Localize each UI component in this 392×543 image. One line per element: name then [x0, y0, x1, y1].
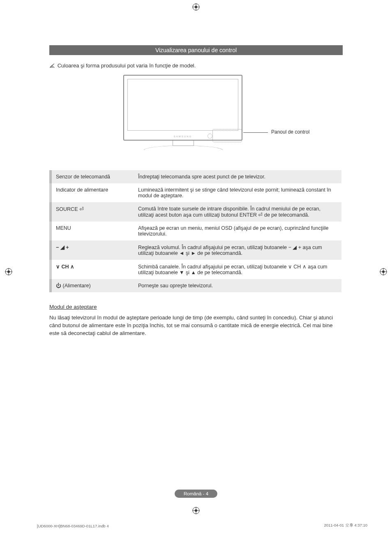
table-row: ∨ CH ∧ Schimbă canalele. În cadrul afişa… [51, 260, 341, 279]
section-title: Vizualizarea panoului de control [155, 47, 237, 53]
registration-mark-icon [380, 268, 387, 275]
tv-base [144, 146, 223, 150]
print-meta-left: [UD6000-XH]BN68-03469D-01L17.indb 4 [37, 524, 109, 528]
svg-point-3 [195, 6, 197, 8]
page-number: Română - 4 [184, 491, 208, 496]
control-label: − ◢ + [51, 240, 134, 260]
note-text: Culoarea şi forma produsului pot varia î… [58, 62, 196, 69]
table-row: Indicator de alimentare Luminează interm… [51, 183, 341, 202]
tv-sensor-dot [208, 134, 212, 139]
control-desc: Îndreptaţi telecomanda spre acest punct … [134, 170, 341, 183]
table-row: MENU Afişează pe ecran un meniu, meniul … [51, 222, 341, 240]
control-label: Senzor de telecomandă [51, 170, 134, 183]
control-desc: Luminează intermitent şi se stinge când … [134, 183, 341, 202]
control-label: ⏻ (Alimentare) [51, 279, 134, 292]
control-desc: Comută între toate sursele de intrare di… [134, 202, 341, 222]
svg-point-11 [382, 270, 385, 273]
print-meta-right: 2011-04-01 오후 4:37:10 [324, 523, 367, 528]
table-row: − ◢ + Reglează volumul. În cadrul afişaj… [51, 240, 341, 260]
tv-control-panel-outline [212, 129, 242, 142]
control-desc: Afişează pe ecran un meniu, meniul OSD (… [134, 222, 341, 240]
control-label: ∨ CH ∧ [51, 260, 134, 279]
table-row: Senzor de telecomandă Îndreptaţi telecom… [51, 170, 341, 183]
control-label: Indicator de alimentare [51, 183, 134, 202]
note-icon [49, 63, 56, 69]
svg-point-15 [195, 509, 197, 512]
controls-table: Senzor de telecomandă Îndreptaţi telecom… [49, 170, 343, 292]
svg-point-7 [7, 270, 10, 273]
leader-line [243, 132, 268, 133]
table-row: ⏻ (Alimentare) Porneşte sau opreşte tele… [51, 279, 341, 292]
tv-logo: SAMSUNG [174, 135, 192, 138]
standby-heading: Modul de aşteptare [49, 304, 343, 310]
page: Vizualizarea panoului de control Culoare… [0, 0, 392, 543]
control-label: SOURCE ⏎ [51, 202, 134, 222]
registration-mark-icon [192, 507, 200, 514]
table-row: SOURCE ⏎ Comută între toate sursele de i… [51, 202, 341, 222]
control-desc: Reglează volumul. În cadrul afişajului p… [134, 240, 341, 260]
control-desc: Schimbă canalele. În cadrul afişajului p… [134, 260, 341, 279]
control-desc: Porneşte sau opreşte televizorul. [134, 279, 341, 292]
control-label: MENU [51, 222, 134, 240]
registration-mark-icon [5, 268, 12, 275]
registration-mark-icon [192, 3, 200, 11]
section-title-bar: Vizualizarea panoului de control [49, 45, 343, 55]
figure-label: Panoul de control [271, 129, 309, 135]
page-number-pill: Română - 4 [175, 490, 217, 498]
tv-illustration: SAMSUNG [123, 75, 242, 141]
note-line: Culoarea şi forma produsului pot varia î… [49, 62, 343, 69]
tv-screen [127, 79, 238, 131]
standby-body: Nu lăsaţi televizorul în modul de aştept… [49, 314, 343, 337]
tv-figure: SAMSUNG Panoul de control [49, 75, 343, 161]
